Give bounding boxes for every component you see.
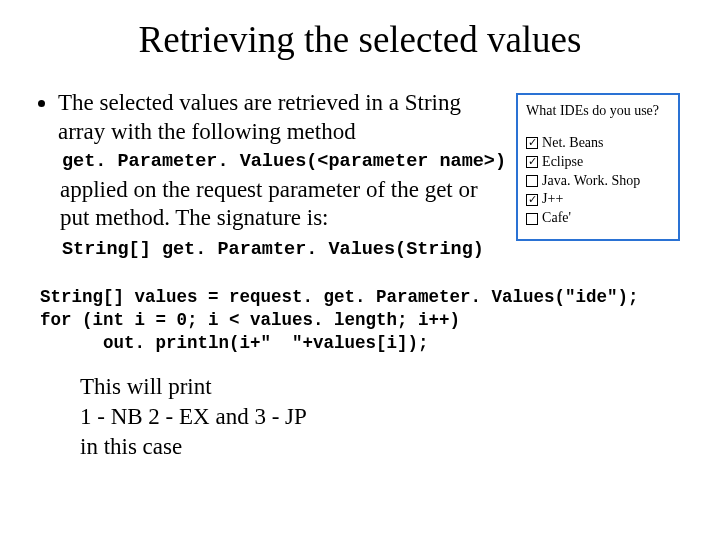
checkbox-option[interactable]: Net. Beans (526, 135, 672, 152)
option-label: Eclipse (542, 154, 583, 171)
checkbox-icon (526, 156, 538, 168)
content-row: The selected values are retrieved in a S… (40, 89, 680, 264)
closing-line: in this case (80, 432, 680, 462)
code-block: String[] values = request. get. Paramete… (40, 286, 680, 354)
option-label: Net. Beans (542, 135, 603, 152)
checkbox-icon (526, 213, 538, 225)
closing-line: This will print (80, 372, 680, 402)
paragraph: applied on the request parameter of the … (60, 176, 506, 234)
ide-panel: What IDEs do you use? Net. Beans Eclipse… (516, 93, 680, 241)
checkbox-icon (526, 137, 538, 149)
closing-text: This will print 1 - NB 2 - EX and 3 - JP… (80, 372, 680, 462)
checkbox-option[interactable]: J++ (526, 191, 672, 208)
code-signature-2: String[] get. Paramter. Values(String) (62, 239, 506, 260)
option-label: Cafe' (542, 210, 571, 227)
checkbox-icon (526, 175, 538, 187)
checkbox-icon (526, 194, 538, 206)
option-label: Java. Work. Shop (542, 173, 640, 190)
panel-question: What IDEs do you use? (526, 103, 672, 119)
checkbox-option[interactable]: Java. Work. Shop (526, 173, 672, 190)
bullet-list: The selected values are retrieved in a S… (40, 89, 506, 147)
text-column: The selected values are retrieved in a S… (40, 89, 506, 264)
page-title: Retrieving the selected values (40, 18, 680, 61)
option-label: J++ (542, 191, 563, 208)
slide: Retrieving the selected values The selec… (0, 0, 720, 482)
bullet-item: The selected values are retrieved in a S… (58, 89, 506, 147)
closing-line: 1 - NB 2 - EX and 3 - JP (80, 402, 680, 432)
code-signature-1: get. Parameter. Values(<parameter name>) (62, 151, 506, 172)
checkbox-option[interactable]: Eclipse (526, 154, 672, 171)
checkbox-option[interactable]: Cafe' (526, 210, 672, 227)
